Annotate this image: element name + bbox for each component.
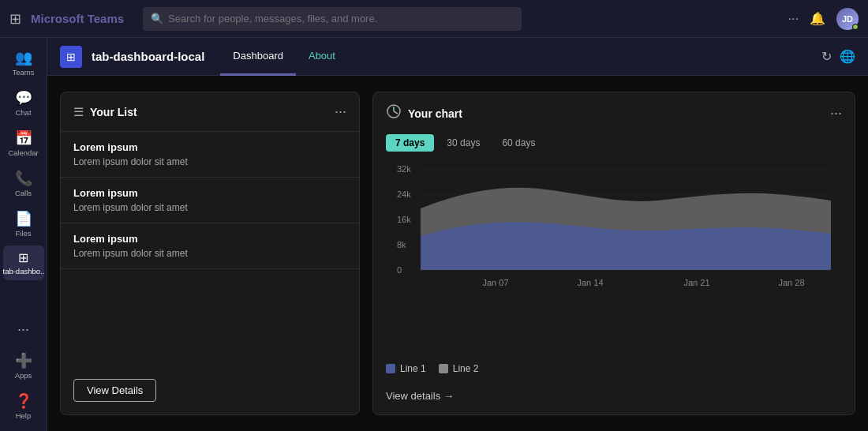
svg-text:32k: 32k	[397, 164, 411, 174]
sidebar-item-chat[interactable]: 💬 Chat	[3, 84, 44, 122]
topbar: ⊞ Microsoft Teams 🔍 ··· 🔔 JD	[0, 0, 868, 38]
chart-legend: Line 1 Line 2	[373, 357, 855, 384]
sidebar-item-calls[interactable]: 📞 Calls	[3, 165, 44, 202]
list-item-subtitle: Lorem ipsum dolor sit amet	[73, 202, 346, 213]
list-item[interactable]: Lorem ipsum Lorem ipsum dolor sit amet	[61, 223, 359, 269]
legend-label-line1: Line 1	[400, 363, 426, 374]
apps-icon: ➕	[15, 352, 32, 369]
legend-color-line1	[386, 364, 395, 373]
chart-view-details-link[interactable]: View details →	[373, 384, 855, 414]
chart-tab-60days[interactable]: 60 days	[492, 134, 544, 152]
subheader-app-icon: ⊞	[60, 46, 82, 68]
your-list-title: Your List	[90, 106, 328, 118]
layout: 👥 Teams 💬 Chat 📅 Calendar 📞 Calls 📄 File…	[0, 38, 868, 431]
sidebar-item-tab-dashboard[interactable]: ⊞ tab-dashbo...	[3, 245, 44, 280]
legend-item-line2: Line 2	[439, 363, 479, 374]
files-icon: 📄	[15, 210, 32, 227]
list-item-subtitle: Lorem ipsum dolor sit amet	[73, 156, 346, 167]
arrow-icon: →	[443, 390, 454, 402]
sidebar-item-calendar[interactable]: 📅 Calendar	[3, 125, 44, 162]
list-header-icon: ☰	[73, 105, 84, 119]
list-item-subtitle: Lorem ipsum dolor sit amet	[73, 248, 346, 259]
svg-text:Jan 07: Jan 07	[482, 278, 508, 287]
search-input[interactable]	[168, 13, 514, 24]
your-list-header: ☰ Your List ···	[61, 92, 359, 132]
list-item-title: Lorem ipsum	[73, 233, 346, 245]
svg-text:8k: 8k	[397, 240, 406, 249]
avatar-initials: JD	[842, 14, 853, 24]
legend-color-line2	[439, 364, 448, 373]
chart-title: Your chart	[408, 107, 824, 120]
chart-tab-7days[interactable]: 7 days	[386, 134, 434, 152]
avatar-status-badge	[852, 24, 859, 30]
chart-menu[interactable]: ···	[830, 105, 842, 122]
app-title: Microsoft Teams	[31, 12, 124, 25]
svg-text:24k: 24k	[397, 189, 411, 199]
search-bar[interactable]: 🔍	[143, 7, 522, 31]
globe-icon[interactable]: 🌐	[840, 49, 855, 64]
teams-icon: 👥	[15, 49, 32, 66]
subheader-tabs: Dashboard About	[220, 38, 348, 76]
subheader: ⊞ tab-dashboard-local Dashboard About ↻ …	[47, 38, 868, 76]
your-list-menu[interactable]: ···	[335, 103, 346, 120]
your-list-footer: View Details	[61, 366, 359, 414]
sidebar-item-files[interactable]: 📄 Files	[3, 205, 44, 242]
list-item-title: Lorem ipsum	[73, 187, 346, 199]
svg-text:Jan 28: Jan 28	[778, 278, 804, 287]
your-list-card: ☰ Your List ··· Lorem ipsum Lorem ipsum …	[60, 92, 360, 415]
grid-icon[interactable]: ⊞	[9, 10, 21, 28]
your-chart-card: Your chart ··· 7 days 30 days 60 days 32…	[372, 92, 855, 415]
more-apps-button[interactable]: ···	[11, 315, 36, 344]
refresh-icon[interactable]: ↻	[821, 49, 832, 64]
chart-container: 32k 24k 16k 8k 0	[373, 161, 855, 357]
bell-icon[interactable]: 🔔	[810, 11, 825, 26]
legend-item-line1: Line 1	[386, 363, 426, 374]
chart-header: Your chart ···	[373, 92, 855, 134]
tab-dashboard[interactable]: Dashboard	[220, 38, 296, 76]
list-item[interactable]: Lorem ipsum Lorem ipsum dolor sit amet	[61, 132, 359, 178]
avatar[interactable]: JD	[836, 8, 859, 30]
tab-dashboard-icon: ⊞	[18, 250, 28, 265]
view-details-button[interactable]: View Details	[73, 379, 156, 402]
more-icon[interactable]: ···	[788, 12, 799, 26]
help-icon: ❓	[15, 392, 32, 410]
subheader-title: tab-dashboard-local	[92, 50, 204, 63]
svg-text:0: 0	[397, 265, 402, 275]
calls-icon: 📞	[15, 170, 32, 187]
legend-label-line2: Line 2	[453, 363, 479, 374]
calendar-icon: 📅	[15, 129, 32, 147]
sidebar-item-help[interactable]: ❓ Help	[3, 388, 44, 425]
content-area: ☰ Your List ··· Lorem ipsum Lorem ipsum …	[47, 76, 868, 431]
tab-about[interactable]: About	[296, 38, 348, 76]
chart-header-icon	[386, 103, 402, 123]
sidebar-item-teams[interactable]: 👥 Teams	[3, 44, 44, 81]
subheader-right: ↻ 🌐	[821, 49, 855, 64]
chat-icon: 💬	[15, 89, 32, 107]
sidebar-item-apps[interactable]: ➕ Apps	[3, 347, 44, 384]
svg-text:Jan 21: Jan 21	[683, 278, 709, 287]
leftnav: 👥 Teams 💬 Chat 📅 Calendar 📞 Calls 📄 File…	[0, 38, 47, 431]
topbar-right: ··· 🔔 JD	[788, 8, 859, 30]
svg-text:Jan 14: Jan 14	[577, 278, 603, 287]
chart-tab-30days[interactable]: 30 days	[437, 134, 489, 152]
search-icon: 🔍	[151, 13, 163, 24]
svg-text:16k: 16k	[397, 215, 411, 224]
chart-svg: 32k 24k 16k 8k 0	[386, 161, 842, 303]
list-item[interactable]: Lorem ipsum Lorem ipsum dolor sit amet	[61, 178, 359, 223]
chart-tabs: 7 days 30 days 60 days	[373, 134, 855, 161]
list-item-title: Lorem ipsum	[73, 141, 346, 153]
